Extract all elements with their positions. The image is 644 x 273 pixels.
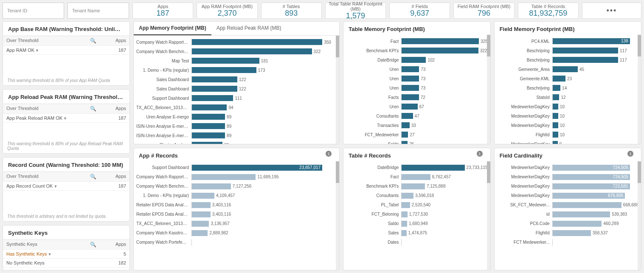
- bar-row[interactable]: Uren73: [346, 65, 487, 74]
- bar-row[interactable]: Gemeente_Area45: [497, 65, 638, 74]
- bar-row[interactable]: ISIN-Uren Analyse E-mergo(...89: [136, 131, 337, 140]
- bar-row[interactable]: Beschrijving117: [497, 55, 638, 65]
- scrollbar[interactable]: [487, 35, 490, 144]
- bar-row[interactable]: Consultants47: [346, 111, 487, 121]
- bar-row[interactable]: Retailer EPOS Data Analytic...3,403,116: [136, 200, 337, 210]
- scrollbar[interactable]: [336, 36, 339, 144]
- chart-field-memory[interactable]: PC4.KML138Beschrijving117Beschrijving117…: [495, 35, 641, 144]
- bar-row[interactable]: DateBridge23,733,115: [346, 163, 487, 172]
- bar-row[interactable]: Company Watch Kasstroom2,888,982: [136, 228, 337, 238]
- scrollbar[interactable]: [638, 35, 641, 144]
- row-no-synthetic[interactable]: No Synthetic Keys: [3, 259, 100, 267]
- selection-badge[interactable]: 1: [477, 151, 483, 157]
- bar-row[interactable]: Support Dashboard23,857,017: [136, 163, 337, 172]
- bar-row[interactable]: MedewerkerDagKey678,905: [497, 191, 638, 200]
- bar-row[interactable]: Saldo25: [346, 139, 487, 144]
- chart-app-records[interactable]: Support Dashboard23,857,017Company Watch…: [134, 161, 339, 270]
- row-value[interactable]: 187: [100, 182, 129, 190]
- th-apps[interactable]: Apps: [100, 36, 129, 45]
- bar-row[interactable]: 1. Demo - KPIs (regular)4,109,457: [136, 191, 337, 200]
- bar-row[interactable]: Uren73: [346, 74, 487, 83]
- bar-row[interactable]: FCT Medewerker...: [497, 238, 638, 247]
- kpi-tables[interactable]: # Tables 893: [261, 3, 322, 19]
- th-over-threshold[interactable]: Over Threshold🔍: [3, 172, 100, 181]
- bar-row[interactable]: Beschrijving117: [497, 46, 638, 55]
- bar-row[interactable]: Sales Dashboard122: [136, 75, 337, 84]
- kpi-fields[interactable]: # Fields 9,637: [389, 3, 450, 19]
- bar-row[interactable]: Benchmark KPI's7,125,888: [346, 182, 487, 191]
- bar-row[interactable]: Fact325: [346, 37, 487, 46]
- more-button[interactable]: •••: [582, 3, 641, 19]
- bar-row[interactable]: MedewerkerDagKey10: [497, 111, 638, 121]
- bar-row[interactable]: ISIN-Uren Analyse E-mergo(...89: [136, 121, 337, 131]
- th-over-threshold[interactable]: Over Threshold🔍: [3, 36, 100, 45]
- bar-row[interactable]: SK_FCT_Medewer...668,688: [497, 200, 638, 210]
- kpi-field-ram[interactable]: Field RAM Footprint (MB) 796: [453, 3, 514, 19]
- bar-row[interactable]: MedewerkerDagKey723,581: [497, 182, 638, 191]
- bar-row[interactable]: Facts72: [346, 93, 487, 102]
- th-apps[interactable]: Apps: [100, 172, 129, 181]
- selection-badge[interactable]: 1: [326, 151, 332, 157]
- bar-row[interactable]: Retailer EPOS Data Analytic...3,403,116: [136, 210, 337, 219]
- bar-row[interactable]: Dates: [346, 238, 487, 247]
- scrollbar[interactable]: [336, 161, 339, 270]
- bar-row[interactable]: Uren Analyse E-mergo89: [136, 112, 337, 121]
- row-label[interactable]: App RAM OK▼: [3, 46, 100, 54]
- bar-row[interactable]: Company Watch Rapportage350: [136, 37, 337, 47]
- bar-row[interactable]: TX_ACC_Belonen_1013_bac...3,136,957: [136, 219, 337, 228]
- row-value[interactable]: 187: [100, 114, 129, 122]
- bar-row[interactable]: PC6.Code460,289: [497, 219, 638, 228]
- kpi-table-records[interactable]: Table # Records 81,932,759: [518, 3, 579, 19]
- bar-row[interactable]: Support Dashboard111: [136, 93, 337, 103]
- bar-row[interactable]: id539,383: [497, 210, 638, 219]
- search-icon[interactable]: 🔍: [90, 174, 96, 180]
- row-value[interactable]: 187: [100, 46, 129, 54]
- bar-row[interactable]: Benchmark KPI's322: [346, 46, 487, 55]
- selection-badge[interactable]: 1: [627, 151, 633, 157]
- th-synthetic-keys[interactable]: Synthetic Keys🔍: [3, 240, 100, 249]
- bar-row[interactable]: Cluster Analyse82: [136, 140, 337, 144]
- bar-row[interactable]: Saldo1,680,949: [346, 219, 487, 228]
- scrollbar[interactable]: [487, 161, 490, 270]
- th-over-threshold[interactable]: Over Threshold🔍: [3, 104, 100, 113]
- scrollbar[interactable]: [638, 161, 641, 270]
- bar-row[interactable]: Company Watch Rapportage11,689,195: [136, 172, 337, 182]
- bar-row[interactable]: MedewerkerDagKey9: [497, 139, 638, 144]
- tab-app-memory[interactable]: App Memory Footprint (MB): [134, 22, 211, 35]
- bar-row[interactable]: MedewerkerDagKey10: [497, 102, 638, 111]
- bar-row[interactable]: Gemeente.KML23: [497, 74, 638, 83]
- bar-row[interactable]: Consultants3,596,018: [346, 191, 487, 200]
- bar-row[interactable]: Company Watch Benchmark322: [136, 47, 337, 56]
- bar-row[interactable]: Uren67: [346, 102, 487, 111]
- tenant-name-filter[interactable]: Tenant Name: [67, 3, 129, 19]
- search-icon[interactable]: 🔍: [90, 242, 96, 248]
- bar-row[interactable]: MedewerkerDagKey724,505: [497, 172, 638, 182]
- kpi-apps[interactable]: Apps 187: [132, 3, 193, 19]
- chart-table-records[interactable]: DateBridge23,733,115Fact8,762,457Benchma…: [343, 161, 490, 270]
- row-label[interactable]: App Peak Reload RAM OK▼: [3, 114, 100, 122]
- kpi-table-ram[interactable]: Total Table RAM Footprint (MB) 1,579: [325, 3, 386, 19]
- bar-row[interactable]: PL_Tabel2,520,540: [346, 200, 487, 210]
- bar-row[interactable]: Company Watch Portefeuill...: [136, 238, 337, 247]
- bar-row[interactable]: Transacties33: [346, 121, 487, 130]
- bar-row[interactable]: FlightId10: [497, 130, 638, 139]
- bar-row[interactable]: Company Watch Benchmark7,127,256: [136, 182, 337, 191]
- chart-app-memory[interactable]: Company Watch Rapportage350Company Watch…: [134, 36, 339, 144]
- search-icon[interactable]: 🔍: [90, 38, 96, 44]
- row-has-synthetic[interactable]: Has Synthetic Keys▼: [3, 250, 100, 258]
- bar-row[interactable]: MedewerkerDagKey724,505: [497, 163, 638, 172]
- chart-field-cardinality[interactable]: MedewerkerDagKey724,505MedewerkerDagKey7…: [495, 161, 641, 270]
- row-label[interactable]: App Record Count OK▼: [3, 182, 100, 190]
- th-apps[interactable]: Apps: [100, 104, 129, 113]
- th-apps[interactable]: Apps: [100, 240, 129, 249]
- row-value[interactable]: 5: [100, 250, 129, 258]
- chart-table-memory[interactable]: Fact325Benchmark KPI's322DateBridge102Ur…: [343, 35, 490, 144]
- bar-row[interactable]: 1. Demo - KPIs (regular)173: [136, 65, 337, 75]
- bar-row[interactable]: Sales1,474,875: [346, 228, 487, 238]
- bar-row[interactable]: Map Test181: [136, 56, 337, 65]
- bar-row[interactable]: StatsId12: [497, 93, 638, 102]
- bar-row[interactable]: FlightId358,537: [497, 228, 638, 238]
- bar-row[interactable]: DateBridge102: [346, 55, 487, 65]
- search-icon[interactable]: 🔍: [90, 106, 96, 112]
- bar-row[interactable]: FCT_Medewerker27: [346, 130, 487, 139]
